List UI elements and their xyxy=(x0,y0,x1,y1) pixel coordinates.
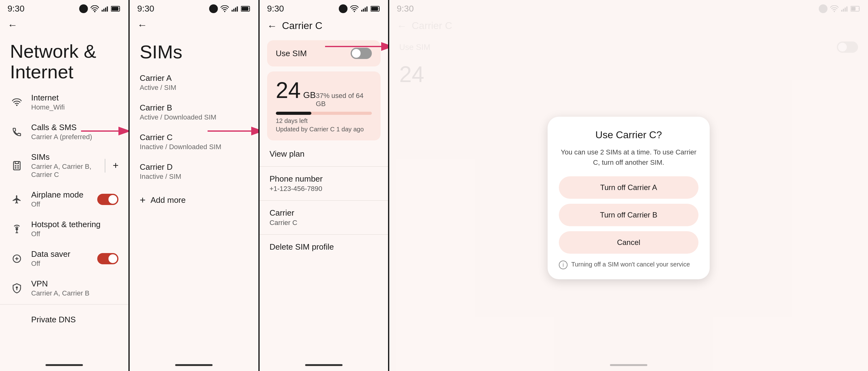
carrier-value: Carrier C xyxy=(270,219,378,227)
add-more-item[interactable]: + Add more xyxy=(130,186,258,214)
back-arrow-2[interactable]: ← xyxy=(137,20,147,30)
battery-icon-3 xyxy=(371,6,380,11)
airplane-toggle[interactable] xyxy=(97,194,118,205)
use-sim-label: Use SIM xyxy=(276,49,307,58)
delete-sim-item[interactable]: Delete SIM profile xyxy=(259,236,388,258)
svg-rect-10 xyxy=(17,165,19,166)
battery-icon xyxy=(111,6,121,11)
data-updated: Updated by Carrier C 1 day ago xyxy=(276,126,372,133)
view-plan-item[interactable]: View plan xyxy=(259,143,388,165)
dialog-subtitle: You can use 2 SIMs at a time. To use Car… xyxy=(559,147,699,168)
carrier-a-text: Carrier A Active / SIM xyxy=(140,73,248,92)
data-saver-title: Data saver xyxy=(31,249,97,259)
svg-rect-11 xyxy=(14,167,16,169)
carrier-item[interactable]: Carrier Carrier C xyxy=(259,202,388,233)
home-indicator-3 xyxy=(305,364,343,366)
carrier-title: Carrier xyxy=(270,208,378,218)
carrier-a-status: Active / SIM xyxy=(140,84,248,92)
camera-dot-3 xyxy=(339,4,347,13)
menu-item-airplane[interactable]: Airplane mode Off xyxy=(0,184,128,214)
data-progress-fill xyxy=(276,112,311,115)
internet-subtitle: Home_Wifi xyxy=(31,103,118,111)
airplane-subtitle: Off xyxy=(31,200,97,208)
sims-page-title: SIMs xyxy=(130,34,258,68)
vpn-title: VPN xyxy=(31,279,118,289)
nav-bar-2: ← xyxy=(130,16,258,34)
menu-item-internet[interactable]: Internet Home_Wifi xyxy=(0,87,128,117)
add-sim-button[interactable]: + xyxy=(113,160,119,171)
arrow-1 xyxy=(78,125,128,137)
back-arrow-1[interactable]: ← xyxy=(7,20,18,30)
svg-rect-28 xyxy=(361,10,363,11)
carrier-a-item[interactable]: Carrier A Active / SIM xyxy=(130,68,258,97)
data-saver-text: Data saver Off xyxy=(31,249,97,268)
data-days-left: 12 days left xyxy=(276,117,372,124)
carrier-b-text: Carrier B Active / Downloaded SIM xyxy=(140,103,248,121)
carrier-d-name: Carrier D xyxy=(140,162,248,172)
page-title-1: Network & Internet xyxy=(0,34,128,87)
svg-point-18 xyxy=(224,11,225,12)
dialog-footer-text: Turning off a SIM won't cancel your serv… xyxy=(571,260,690,269)
menu-item-private-dns[interactable]: Private DNS xyxy=(0,306,128,333)
vpn-subtitle: Carrier A, Carrier B xyxy=(31,289,118,297)
cellular-icon-3 xyxy=(361,5,368,12)
svg-rect-12 xyxy=(17,167,19,169)
phone-number-item[interactable]: Phone number +1-123-456-7890 xyxy=(259,168,388,199)
status-bar-2: 9:30 xyxy=(130,0,258,16)
sim-icon xyxy=(10,159,24,173)
status-time-3: 9:30 xyxy=(267,4,284,14)
turn-off-carrier-a-button[interactable]: Turn off Carrier A xyxy=(559,176,699,199)
svg-rect-31 xyxy=(366,6,368,11)
svg-point-0 xyxy=(94,11,96,12)
svg-rect-2 xyxy=(103,9,105,11)
phone-number-title: Phone number xyxy=(270,174,378,184)
add-more-text: Add more xyxy=(151,195,248,205)
carrier-a-name: Carrier A xyxy=(140,73,248,83)
screen-sims: 9:30 ← SIMs Carrier A Active / SIM Carri… xyxy=(130,0,258,371)
svg-rect-24 xyxy=(242,7,248,10)
data-percent-label: 37% used of 64 GB xyxy=(316,92,372,108)
cellular-icon xyxy=(102,5,108,12)
add-more-plus-icon: + xyxy=(140,194,146,206)
carrier-d-item[interactable]: Carrier D Inactive / SIM xyxy=(130,156,258,186)
hotspot-text: Hotspot & tethering Off xyxy=(31,220,118,238)
hotspot-icon xyxy=(10,222,24,236)
svg-rect-33 xyxy=(371,7,378,10)
turn-off-carrier-b-button[interactable]: Turn off Carrier B xyxy=(559,204,699,226)
sims-text: SIMs Carrier A, Carrier B, Carrier C xyxy=(31,152,105,179)
back-arrow-3[interactable]: ← xyxy=(267,21,277,31)
delete-sim-title: Delete SIM profile xyxy=(270,242,378,252)
camera-dot-1 xyxy=(79,4,88,13)
screen-dialog: 9:30 ← Carrier C Use SIM 24 Use Carrier … xyxy=(389,0,868,371)
menu-item-hotspot[interactable]: Hotspot & tethering Off xyxy=(0,214,128,244)
data-saver-toggle[interactable] xyxy=(97,253,118,264)
nav-bar-1: ← xyxy=(0,16,128,34)
airplane-right xyxy=(97,194,118,205)
svg-rect-8 xyxy=(13,161,20,170)
carrier-b-item[interactable]: Carrier B Active / Downloaded SIM xyxy=(130,97,258,127)
hotspot-title: Hotspot & tethering xyxy=(31,220,118,229)
arrow-2 xyxy=(205,125,258,137)
svg-rect-1 xyxy=(102,10,103,11)
menu-item-vpn[interactable]: VPN Carrier A, Carrier B xyxy=(0,273,128,303)
info-icon: i xyxy=(559,260,567,269)
status-icons-1 xyxy=(79,4,121,13)
airplane-icon xyxy=(10,193,24,206)
wifi-icon xyxy=(10,95,24,109)
phone-icon xyxy=(10,125,24,139)
home-indicator-2 xyxy=(175,364,213,366)
use-carrier-dialog: Use Carrier C? You can use 2 SIMs at a t… xyxy=(548,117,710,279)
hotspot-subtitle: Off xyxy=(31,230,118,238)
dialog-footer: i Turning off a SIM won't cancel your se… xyxy=(559,260,699,269)
svg-point-27 xyxy=(354,11,355,12)
menu-item-sims[interactable]: SIMs Carrier A, Carrier B, Carrier C + xyxy=(0,147,128,184)
divider xyxy=(105,159,105,173)
svg-rect-4 xyxy=(107,6,108,11)
cancel-button[interactable]: Cancel xyxy=(559,231,699,254)
phone-number-value: +1-123-456-7890 xyxy=(270,185,378,193)
carrier-b-name: Carrier B xyxy=(140,103,248,113)
menu-item-data-saver[interactable]: Data saver Off xyxy=(0,244,128,273)
vpn-icon xyxy=(10,281,24,295)
camera-dot-2 xyxy=(209,4,218,13)
dialog-title: Use Carrier C? xyxy=(559,129,699,141)
